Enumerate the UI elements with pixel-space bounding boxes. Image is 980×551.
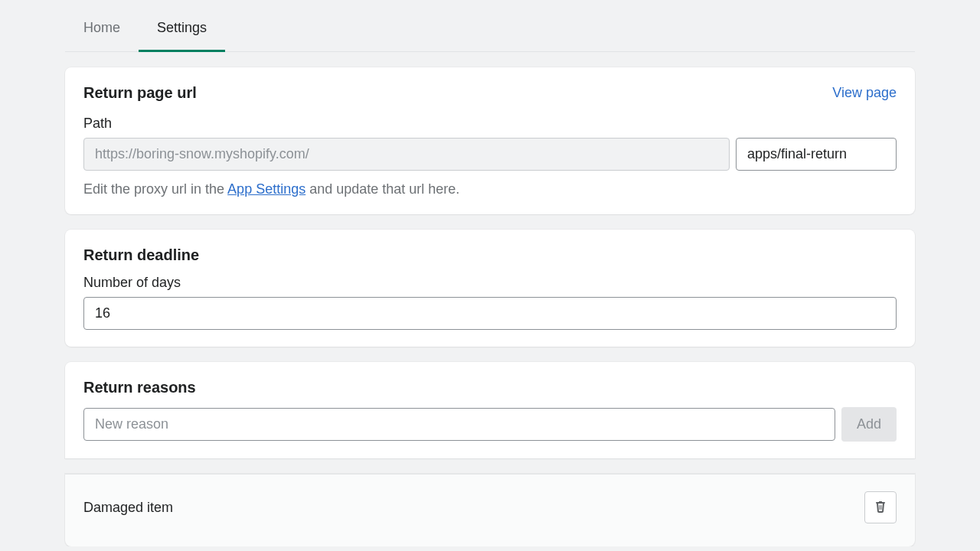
reason-list: Damaged item	[65, 474, 915, 546]
path-input[interactable]	[736, 138, 897, 171]
helper-text: Edit the proxy url in the App Settings a…	[83, 181, 897, 197]
helper-prefix: Edit the proxy url in the	[83, 181, 227, 197]
return-deadline-title: Return deadline	[83, 246, 199, 264]
tab-home[interactable]: Home	[65, 6, 139, 52]
days-label: Number of days	[83, 275, 897, 291]
return-page-url-card: Return page url View page Path https://b…	[65, 67, 915, 214]
return-reasons-card: Return reasons Add	[65, 362, 915, 458]
return-reasons-title: Return reasons	[83, 379, 196, 396]
return-page-url-title: Return page url	[83, 84, 197, 102]
days-input[interactable]	[83, 297, 897, 330]
path-label: Path	[83, 116, 897, 132]
delete-reason-button[interactable]	[864, 491, 897, 523]
trash-icon	[873, 499, 888, 517]
reason-item: Damaged item	[83, 491, 897, 523]
app-settings-link[interactable]: App Settings	[227, 181, 305, 197]
view-page-link[interactable]: View page	[832, 85, 897, 101]
new-reason-input[interactable]	[83, 408, 835, 441]
tab-settings[interactable]: Settings	[139, 6, 225, 52]
helper-suffix: and update that url here.	[305, 181, 459, 197]
add-reason-button[interactable]: Add	[841, 407, 897, 442]
return-deadline-card: Return deadline Number of days	[65, 230, 915, 347]
base-url-field: https://boring-snow.myshopify.com/	[83, 138, 730, 171]
tabs: Home Settings	[65, 6, 915, 52]
reason-label: Damaged item	[83, 500, 173, 516]
